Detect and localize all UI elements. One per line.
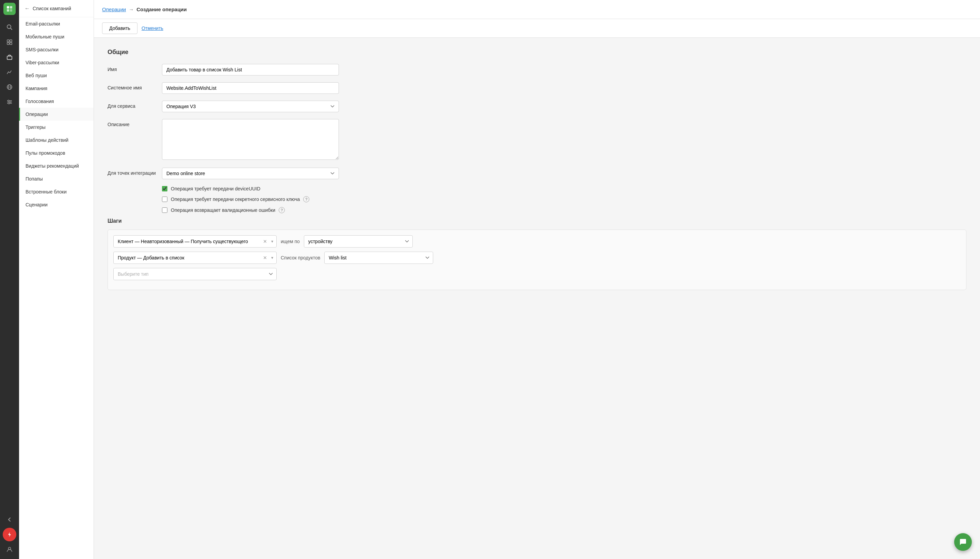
checkbox-row-2: Операция требует передачи секретного сер… xyxy=(162,196,967,202)
validation-errors-checkbox[interactable] xyxy=(162,207,167,213)
svg-rect-6 xyxy=(7,40,9,42)
nav-item-операции[interactable]: Операции xyxy=(19,108,94,121)
service-field: Операция V3 xyxy=(162,101,339,112)
system-name-label: Системное имя xyxy=(108,82,162,91)
nav-item-попапы[interactable]: Попапы xyxy=(19,172,94,185)
step-1-select[interactable]: Клиент — Неавторизованный — Получить сущ… xyxy=(113,235,277,248)
svg-rect-7 xyxy=(10,40,12,42)
system-name-row: Системное имя xyxy=(108,82,967,94)
sliders-icon[interactable] xyxy=(3,95,17,109)
description-textarea[interactable] xyxy=(162,119,339,160)
checkbox-row-3: Операция возвращает валидационные ошибки… xyxy=(162,207,967,213)
globe-icon[interactable] xyxy=(3,80,17,94)
lightning-button[interactable] xyxy=(3,528,17,541)
nav-item-виджеты-рекомендаций[interactable]: Виджеты рекомендаций xyxy=(19,159,94,172)
add-button[interactable]: Добавить xyxy=(102,22,138,34)
toolbar: Добавить Отменить xyxy=(94,19,980,38)
nav-item-голосования[interactable]: Голосования xyxy=(19,95,94,108)
nav-item-email-рассылки[interactable]: Email-рассылки xyxy=(19,17,94,30)
page-title: Создание операции xyxy=(136,7,187,12)
deviceuuid-checkbox[interactable] xyxy=(162,186,167,192)
chat-button[interactable] xyxy=(954,533,972,551)
service-select[interactable]: Операция V3 xyxy=(162,101,339,112)
step-3-select[interactable]: Выберите тип xyxy=(113,268,277,280)
layers-icon[interactable] xyxy=(3,35,17,49)
top-header: Операции → Создание операции xyxy=(94,0,980,19)
cancel-button[interactable]: Отменить xyxy=(141,25,163,31)
secret-key-label: Операция требует передачи секретного сер… xyxy=(171,197,300,202)
step-1-clear-icon[interactable]: ✕ xyxy=(263,239,267,244)
integration-select[interactable]: Demo online store xyxy=(162,168,339,179)
nav-item-веб-пуши[interactable]: Веб пуши xyxy=(19,69,94,82)
svg-rect-3 xyxy=(10,9,12,12)
nav-item-встроенные-блоки[interactable]: Встроенные блоки xyxy=(19,185,94,198)
step-3-select-wrap: Выберите тип xyxy=(113,268,277,280)
back-arrow-icon: ← xyxy=(25,5,30,12)
step-2-select[interactable]: Продукт — Добавить в список xyxy=(113,251,277,264)
name-label: Имя xyxy=(108,64,162,72)
svg-rect-10 xyxy=(7,56,12,60)
nav-item-sms-рассылки[interactable]: SMS-рассылки xyxy=(19,43,94,56)
collapse-icon[interactable] xyxy=(3,513,17,526)
nav-item-шаблоны-действий[interactable]: Шаблоны действий xyxy=(19,134,94,147)
integration-row: Для точек интеграции Demo online store xyxy=(108,168,967,179)
deviceuuid-label: Операция требует передачи deviceUUID xyxy=(171,186,260,192)
svg-point-19 xyxy=(8,103,10,104)
step-2-row: Продукт — Добавить в список ✕ ▾ Список п… xyxy=(113,251,961,264)
back-button[interactable]: ← Список кампаний xyxy=(19,0,94,17)
step-1-row: Клиент — Неавторизованный — Получить сущ… xyxy=(113,235,961,248)
secret-key-help-icon[interactable]: ? xyxy=(303,196,309,202)
description-row: Описание xyxy=(108,119,967,161)
left-nav: ← Список кампаний Email-рассылкиМобильны… xyxy=(19,0,94,559)
nav-item-мобильные-пуши[interactable]: Мобильные пуши xyxy=(19,30,94,43)
nav-item-сценарии[interactable]: Сценарии xyxy=(19,198,94,211)
svg-point-17 xyxy=(8,100,9,101)
steps-title: Шаги xyxy=(108,218,967,224)
name-row: Имя xyxy=(108,64,967,76)
step-1-filter-select[interactable]: устройству xyxy=(304,235,413,248)
step-1-select-wrap: Клиент — Неавторизованный — Получить сущ… xyxy=(113,235,277,248)
step-2-clear-icon[interactable]: ✕ xyxy=(263,255,267,260)
checkbox-row-1: Операция требует передачи deviceUUID xyxy=(162,186,967,192)
step-2-list-label: Список продуктов xyxy=(281,255,320,260)
nav-item-viber-рассылки[interactable]: Viber-рассылки xyxy=(19,56,94,69)
system-name-input[interactable] xyxy=(162,82,339,94)
svg-marker-20 xyxy=(8,532,11,537)
icon-sidebar xyxy=(0,0,19,559)
system-name-field xyxy=(162,82,339,94)
step-2-wish-select[interactable]: Wish list xyxy=(324,251,433,264)
name-field xyxy=(162,64,339,76)
chart-icon[interactable] xyxy=(3,65,17,79)
section-title: Общие xyxy=(108,49,967,56)
step-2-select-wrap: Продукт — Добавить в список ✕ ▾ xyxy=(113,251,277,264)
main-content: Операции → Создание операции Добавить От… xyxy=(94,0,980,559)
briefcase-icon[interactable] xyxy=(3,50,17,64)
back-label: Список кампаний xyxy=(33,6,71,11)
svg-rect-2 xyxy=(7,9,9,12)
search-icon[interactable] xyxy=(3,20,17,34)
breadcrumb-link[interactable]: Операции xyxy=(102,7,126,12)
name-input[interactable] xyxy=(162,64,339,76)
description-field xyxy=(162,119,339,161)
nav-item-триггеры[interactable]: Триггеры xyxy=(19,121,94,134)
user-icon[interactable] xyxy=(3,542,17,556)
description-label: Описание xyxy=(108,119,162,127)
svg-rect-0 xyxy=(7,6,9,8)
breadcrumb-arrow: → xyxy=(129,7,134,12)
validation-errors-help-icon[interactable]: ? xyxy=(279,207,285,213)
svg-point-18 xyxy=(10,101,11,103)
step-1-filter-label: ищем по xyxy=(281,239,300,244)
service-row: Для сервиса Операция V3 xyxy=(108,101,967,112)
secret-key-checkbox[interactable] xyxy=(162,197,167,202)
integration-label: Для точек интеграции xyxy=(108,168,162,176)
form-area: Общие Имя Системное имя Для сервиса Опер… xyxy=(94,38,980,559)
integration-field: Demo online store xyxy=(162,168,339,179)
app-logo xyxy=(3,3,16,15)
nav-item-кампания[interactable]: Кампания xyxy=(19,82,94,95)
service-label: Для сервиса xyxy=(108,101,162,109)
validation-errors-label: Операция возвращает валидационные ошибки xyxy=(171,207,275,213)
steps-section: Шаги Клиент — Неавторизованный — Получит… xyxy=(108,218,967,290)
steps-box: Клиент — Неавторизованный — Получить сущ… xyxy=(108,230,967,290)
svg-line-5 xyxy=(10,28,12,30)
nav-item-пулы-промокодов[interactable]: Пулы промокодов xyxy=(19,147,94,159)
